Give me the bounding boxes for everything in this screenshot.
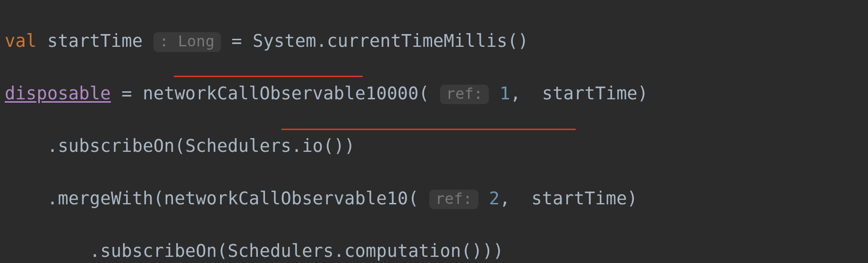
field-ref: disposable <box>5 83 111 104</box>
code-line: .subscribeOn(Schedulers.io()) <box>5 133 863 159</box>
code-line: disposable = networkCallObservable10000(… <box>5 80 863 106</box>
code-line: val startTime : Long = System.currentTim… <box>5 28 863 54</box>
error-underline <box>281 129 576 130</box>
identifier: startTime <box>47 31 143 51</box>
code-line: .mergeWith(networkCallObservable10( ref:… <box>5 185 863 211</box>
error-underline <box>174 76 363 77</box>
code-editor[interactable]: val startTime : Long = System.currentTim… <box>0 0 868 263</box>
param-hint: ref: <box>429 190 478 209</box>
keyword-val: val <box>5 31 36 51</box>
param-hint: ref: <box>440 85 489 104</box>
code-line: .subscribeOn(Schedulers.computation())) <box>5 238 863 263</box>
type-hint: : Long <box>153 32 221 52</box>
